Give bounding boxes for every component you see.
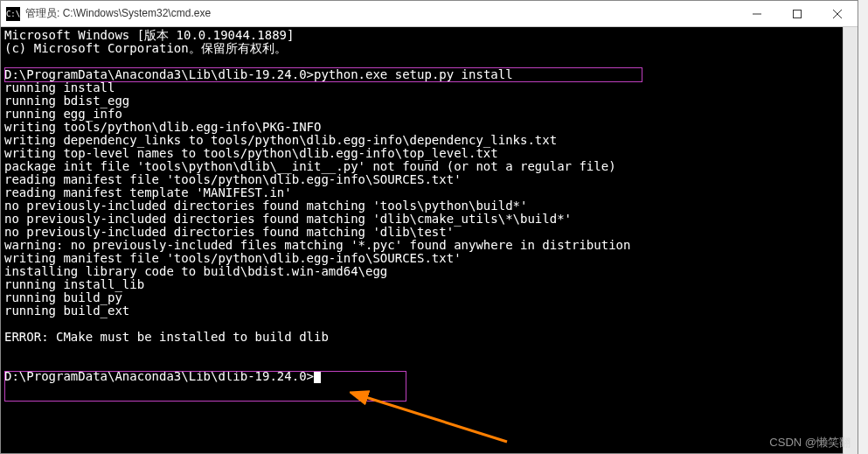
prompt: D:\ProgramData\Anaconda3\Lib\dlib-19.24.… (4, 67, 314, 81)
output-line: (c) Microsoft Corporation。保留所有权利。 (4, 41, 287, 55)
output-line: running build_py (4, 290, 122, 304)
output-line: running install (4, 80, 115, 94)
output-line: running bdist_egg (4, 94, 129, 108)
prompt: D:\ProgramData\Anaconda3\Lib\dlib-19.24.… (4, 369, 314, 383)
svg-rect-1 (794, 10, 802, 17)
app-icon: C:\ (6, 7, 20, 21)
output-line: writing manifest file 'tools/python\dlib… (4, 251, 462, 265)
output-line: reading manifest template 'MANIFEST.in' (4, 185, 292, 199)
maximize-button[interactable] (777, 1, 817, 26)
output-line: writing dependency_links to tools/python… (4, 133, 557, 147)
error-line: ERROR: CMake must be installed to build … (4, 330, 329, 344)
output-line: no previously-included directories found… (4, 225, 454, 239)
output-line: running install_lib (4, 277, 144, 291)
output-line: running egg_info (4, 107, 122, 121)
close-icon (833, 10, 842, 18)
output-line: running build_ext (4, 304, 129, 318)
close-button[interactable] (817, 1, 858, 26)
cursor (314, 371, 321, 383)
scrollbar[interactable] (843, 27, 858, 454)
output-line: no previously-included directories found… (4, 212, 572, 226)
output-line: no previously-included directories found… (4, 199, 527, 213)
output-line: reading manifest file 'tools/python\dlib… (4, 172, 462, 186)
window-title: 管理员: C:\Windows\System32\cmd.exe (25, 6, 211, 21)
output-line: writing tools/python\dlib.egg-info\PKG-I… (4, 120, 321, 134)
terminal-body[interactable]: Microsoft Windows [版本 10.0.19044.1889] (… (1, 27, 858, 453)
output-line: warning: no previously-included files ma… (4, 238, 630, 252)
minimize-button[interactable] (737, 1, 777, 26)
command: python.exe setup.py install (314, 67, 513, 81)
output-line: Microsoft Windows [版本 10.0.19044.1889] (4, 28, 294, 42)
maximize-icon (793, 10, 802, 18)
output-line: package init file 'tools\python\dlib\__i… (4, 159, 616, 173)
titlebar[interactable]: C:\ 管理员: C:\Windows\System32\cmd.exe (1, 1, 858, 27)
cmd-window: C:\ 管理员: C:\Windows\System32\cmd.exe Mic… (0, 0, 858, 454)
output-line: writing top-level names to tools/python\… (4, 146, 498, 160)
minimize-icon (753, 10, 761, 18)
output-line: installing library code to build\bdist.w… (4, 264, 387, 278)
